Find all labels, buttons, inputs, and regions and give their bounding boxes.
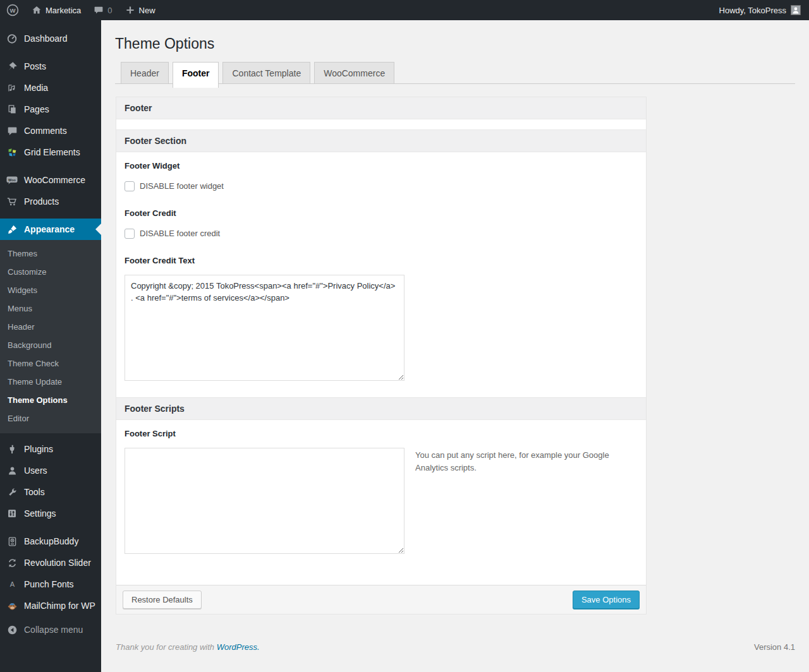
sidebar-item-tools[interactable]: Tools [0,481,101,503]
sidebar-item-posts[interactable]: Posts [0,56,101,77]
dashboard-icon [5,33,19,44]
pushpin-icon [5,61,19,72]
footer-section-body: Footer Widget DISABLE footer widget Foot… [116,161,646,397]
submenu-background[interactable]: Background [0,336,101,354]
footer-section-header: Footer Section [116,129,646,152]
new-label: New [139,6,155,15]
version-text: Version 4.1 [754,642,795,652]
panel-header: Footer [116,97,646,119]
sidebar-item-plugins[interactable]: Plugins [0,438,101,460]
tab-bar: Header Footer Contact Template WooCommer… [115,62,795,88]
tab-woocommerce[interactable]: WooCommerce [314,62,394,84]
admin-footer: Thank you for creating with WordPress. V… [116,642,795,652]
sidebar-item-products[interactable]: Products [0,191,101,212]
tab-header[interactable]: Header [121,62,169,84]
footer-credit-text-textarea[interactable]: Copyright &copy; 2015 TokoPress<span><a … [125,275,404,381]
footer-widget-label: Footer Widget [125,161,638,171]
theme-options-panel: Footer Footer Section Footer Widget DISA… [116,97,647,615]
submenu-widgets[interactable]: Widgets [0,281,101,299]
sidebar-item-settings[interactable]: Settings [0,503,101,524]
submenu-header[interactable]: Header [0,318,101,336]
current-menu-arrow [95,224,101,235]
disable-footer-credit-checkbox[interactable] [125,229,135,239]
submenu-theme-check[interactable]: Theme Check [0,354,101,373]
avatar [791,5,801,15]
sidebar-item-comments[interactable]: Comments [0,120,101,141]
account-menu[interactable]: Howdy, TokoPress [719,5,809,15]
submenu-editor[interactable]: Editor [0,409,101,428]
footer-credit-checkbox-row: DISABLE footer credit [125,229,638,239]
collapse-arrow-icon [5,625,19,635]
sidebar-item-pages[interactable]: Pages [0,99,101,120]
sidebar-item-mailchimp[interactable]: MailChimp for WP [0,595,101,616]
submenu-themes[interactable]: Themes [0,244,101,263]
howdy-text: Howdy, TokoPress [719,6,786,15]
site-name: Marketica [46,6,81,15]
admin-bar: W Marketica 0 New Howdy, TokoPress [0,0,809,20]
new-content-menu[interactable]: New [119,0,162,20]
save-options-button[interactable]: Save Options [573,591,640,609]
sidebar-item-grid-elements[interactable]: Grid Elements [0,141,101,163]
mailchimp-monkey-icon [5,601,19,611]
submenu-menus[interactable]: Menus [0,299,101,318]
plugin-icon [5,444,19,455]
comment-count: 0 [107,6,112,15]
disable-footer-widget-label: DISABLE footer widget [140,181,224,191]
sidebar-item-revolution-slider[interactable]: Revolution Slider [0,552,101,573]
grid-elements-icon [5,147,19,158]
user-icon [5,465,19,476]
tab-footer[interactable]: Footer [173,62,219,88]
footer-scripts-header: Footer Scripts [116,397,646,420]
sidebar-item-woocommerce[interactable]: Woo WooCommerce [0,169,101,191]
tab-contact-template[interactable]: Contact Template [222,62,310,84]
panel-spacer [116,119,646,129]
wordpress-link[interactable]: WordPress. [217,642,260,652]
sidebar-item-backupbuddy[interactable]: BackupBuddy [0,531,101,552]
refresh-arrows-icon [5,558,19,568]
sidebar-item-appearance[interactable]: Appearance [0,219,101,240]
panel-actions: Restore Defaults Save Options [116,585,646,614]
sidebar-item-dashboard[interactable]: Dashboard [0,28,101,49]
appearance-submenu: Themes Customize Widgets Menus Header Ba… [0,240,101,433]
footer-thanks: Thank you for creating with WordPress. [116,642,260,652]
comments-icon [5,126,19,136]
submenu-theme-options[interactable]: Theme Options [0,391,101,409]
svg-text:Woo: Woo [8,178,16,182]
home-icon [32,5,42,15]
footer-script-help-text: You can put any script here, for example… [415,449,611,474]
cart-icon [5,196,19,207]
sidebar-item-media[interactable]: Media [0,77,101,99]
admin-sidebar: Dashboard Posts Media Pages Comments Gri… [0,20,101,672]
submenu-theme-update[interactable]: Theme Update [0,373,101,391]
disable-footer-credit-label: DISABLE footer credit [140,229,220,238]
footer-credit-label: Footer Credit [125,208,638,218]
svg-text:W: W [10,7,16,14]
plus-icon [125,5,135,15]
backup-drive-icon [5,536,19,547]
wordpress-logo-menu[interactable]: W [0,0,25,20]
sidebar-item-users[interactable]: Users [0,460,101,481]
settings-sliders-icon [5,508,19,519]
wrench-icon [5,487,19,498]
svg-text:A: A [9,580,15,588]
footer-script-textarea[interactable] [125,448,404,554]
footer-widget-checkbox-row: DISABLE footer widget [125,181,638,191]
letter-a-icon: A [5,579,19,590]
sidebar-item-punch-fonts[interactable]: A Punch Fonts [0,573,101,595]
footer-scripts-body: Footer Script You can put any script her… [116,429,646,554]
appearance-brush-icon [5,224,19,235]
woocommerce-icon: Woo [5,174,19,186]
comments-shortcut[interactable]: 0 [87,0,118,20]
restore-defaults-button[interactable]: Restore Defaults [123,591,202,609]
submenu-customize[interactable]: Customize [0,263,101,281]
collapse-menu-button[interactable]: Collapse menu [0,619,101,640]
footer-script-label: Footer Script [125,429,638,438]
footer-credit-text-label: Footer Credit Text [125,256,638,265]
media-icon [5,83,19,93]
comment-bubble-icon [94,5,104,15]
wordpress-logo-icon: W [6,4,19,16]
disable-footer-widget-checkbox[interactable] [125,181,135,191]
main-content: Theme Options Header Footer Contact Temp… [101,20,809,672]
visit-site-link[interactable]: Marketica [25,0,87,20]
page-title: Theme Options [115,35,809,54]
